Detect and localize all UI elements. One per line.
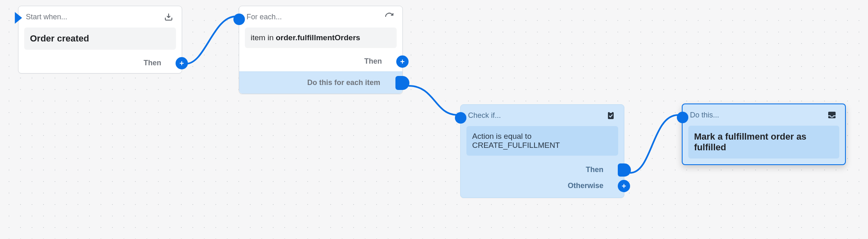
trigger-text: Order created	[30, 34, 89, 43]
foreach-header: For each...	[239, 6, 402, 26]
svg-rect-0	[608, 112, 614, 119]
foreach-then-row: Then	[239, 54, 402, 71]
dothis-body: Mark a fulfillment order as fulfilled	[688, 126, 839, 159]
dothis-title: Do this...	[690, 111, 719, 120]
svg-rect-1	[610, 111, 612, 113]
inbox-icon	[826, 109, 838, 121]
foreach-body: item in order.fulfillmentOrders	[245, 28, 397, 48]
clipboard-check-icon	[605, 110, 617, 121]
start-body: Order created	[24, 28, 176, 50]
out-port-then[interactable]	[618, 163, 631, 177]
checkif-body: Action is equal to CREATE_FULFILLMENT	[466, 126, 618, 156]
do-each-label: Do this for each item	[307, 78, 380, 87]
otherwise-label: Otherwise	[568, 182, 603, 190]
in-port	[677, 112, 688, 123]
foreach-title: For each...	[247, 13, 282, 21]
checkif-title: Check if...	[468, 111, 501, 120]
download-icon	[163, 11, 174, 23]
start-title: Start when...	[26, 13, 67, 21]
start-then-row: Then	[18, 55, 182, 73]
condition-text: Action is equal to CREATE_FULFILLMENT	[472, 132, 560, 149]
out-port[interactable]	[395, 76, 409, 90]
start-node[interactable]: Start when... Order created Then	[18, 6, 182, 74]
action-text: Mark a fulfillment order as fulfilled	[694, 133, 806, 152]
in-port	[455, 112, 466, 124]
then-label: Then	[144, 59, 161, 67]
checkif-node[interactable]: Check if... Action is equal to CREATE_FU…	[460, 104, 624, 198]
checkif-then-row: Then	[461, 161, 624, 178]
dothis-node[interactable]: Do this... Mark a fulfillment order as f…	[682, 103, 846, 165]
start-header: Start when...	[18, 6, 182, 26]
start-arrow-icon	[14, 11, 23, 23]
refresh-icon	[384, 11, 395, 23]
in-port	[233, 14, 245, 25]
then-label: Then	[364, 57, 382, 66]
checkif-header: Check if...	[461, 105, 624, 124]
foreach-item-text: item in order.fulfillmentOrders	[251, 33, 360, 42]
do-each-row: Do this for each item	[239, 71, 402, 94]
checkif-otherwise-row: Otherwise	[461, 178, 624, 198]
add-step-button[interactable]	[176, 57, 188, 69]
add-step-button[interactable]	[396, 55, 409, 68]
dothis-header: Do this...	[683, 104, 845, 124]
then-label: Then	[586, 165, 603, 174]
add-step-button[interactable]	[618, 180, 630, 192]
foreach-node[interactable]: For each... item in order.fulfillmentOrd…	[239, 6, 403, 94]
